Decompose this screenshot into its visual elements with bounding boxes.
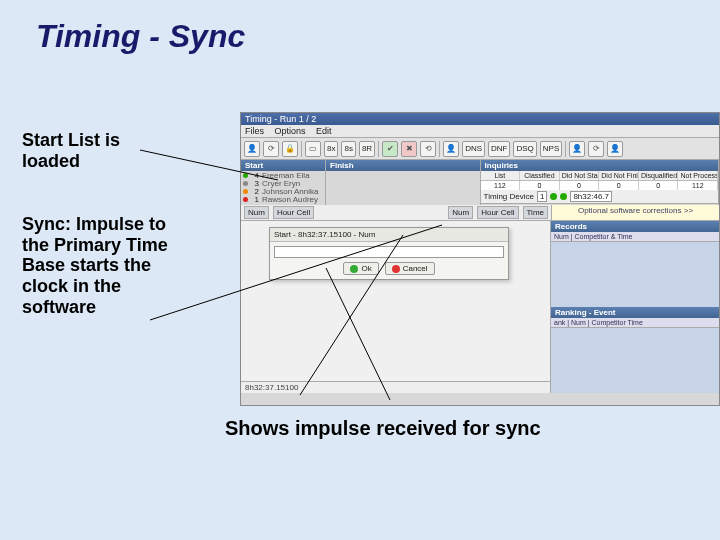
inq-header-cell: Did Not Start <box>560 171 600 180</box>
cancel-button[interactable]: Cancel <box>385 262 435 275</box>
start-list: 4 Freeman Ella 3 Cryer Eryn 2 Johnson An… <box>241 171 325 203</box>
refresh-icon[interactable]: ⟳ <box>588 141 604 157</box>
start-header: Start <box>241 160 325 171</box>
start-column: Start 4 Freeman Ella 3 Cryer Eryn 2 John… <box>241 160 326 205</box>
optional-corrections-link[interactable]: Optional software corrections >> <box>551 205 719 220</box>
inq-header-cell: List <box>481 171 521 180</box>
note-sync: Sync: Impulse to the Primary Time Base s… <box>22 214 182 317</box>
competitor-name: Rawson Audrey <box>262 195 318 204</box>
nps-button[interactable]: NPS <box>540 141 562 157</box>
status-dot-icon <box>243 189 248 194</box>
sync-dialog: Start - 8h32:37.15100 - Num Ok Cancel <box>269 227 509 280</box>
eight-x-button[interactable]: 8x <box>324 141 338 157</box>
toolbar: 👤 ⟳ 🔒 ▭ 8x 8s 8R ✔ ✖ ⟲ 👤 DNS DNF DSQ NPS… <box>241 138 719 160</box>
cancel-label: Cancel <box>403 264 428 273</box>
dialog-title: Start - 8h32:37.15100 - Num <box>270 228 508 242</box>
lock-icon[interactable]: 🔒 <box>282 141 298 157</box>
ok-button[interactable]: Ok <box>343 262 378 275</box>
stop-icon[interactable]: ✖ <box>401 141 417 157</box>
ranking-header: Ranking - Event <box>551 307 719 318</box>
person-icon[interactable]: 👤 <box>607 141 623 157</box>
num-label: Num <box>448 206 473 219</box>
dnf-button[interactable]: DNF <box>488 141 510 157</box>
person-icon[interactable]: 👤 <box>443 141 459 157</box>
dialog-num-input[interactable] <box>274 246 504 258</box>
ranking-body <box>551 328 719 393</box>
inquiries-table: ListClassifiedDid Not StartDid Not Finis… <box>481 171 718 190</box>
menu-files[interactable]: Files <box>245 126 264 136</box>
status-dot-icon <box>243 197 248 202</box>
person-icon[interactable]: 👤 <box>569 141 585 157</box>
records-header: Records <box>551 221 719 232</box>
records-columns: Num | Competitor & Time <box>551 232 719 242</box>
lower-left-pane: Start - 8h32:37.15100 - Num Ok Cancel 8h… <box>241 221 551 393</box>
sub-header-strip: Num Hour Cell Num Hour Cell Time Optiona… <box>241 205 719 221</box>
inq-header-cell: Did Not Finish <box>599 171 639 180</box>
reset-icon[interactable]: ⟲ <box>420 141 436 157</box>
inq-value-cell: 0 <box>639 181 679 190</box>
timing-device-label: Timing Device <box>484 192 534 201</box>
timing-device-id: 1 <box>537 191 547 202</box>
finish-header: Finish <box>326 160 480 171</box>
check-icon <box>350 265 358 273</box>
status-dot-icon <box>243 173 248 178</box>
inquiries-header: Inquiries <box>481 160 718 171</box>
bib-number: 1 <box>251 195 259 204</box>
inq-header-cell: Classified <box>520 171 560 180</box>
refresh-icon[interactable]: ⟳ <box>263 141 279 157</box>
menu-options[interactable]: Options <box>275 126 306 136</box>
inq-header-cell: Not Processed <box>678 171 718 180</box>
hourcell-label: Hour Cell <box>477 206 518 219</box>
time-label: Time <box>523 206 548 219</box>
inq-value-cell: 112 <box>481 181 521 190</box>
separator <box>301 141 302 157</box>
cancel-icon <box>392 265 400 273</box>
inq-value-cell: 0 <box>560 181 600 190</box>
status-dot-icon <box>560 193 567 200</box>
note-startlist: Start List is loaded <box>22 130 162 171</box>
separator <box>439 141 440 157</box>
lower-area: Start - 8h32:37.15100 - Num Ok Cancel 8h… <box>241 221 719 393</box>
status-dot-icon <box>550 193 557 200</box>
status-bar: 8h32:37.15100 <box>241 381 550 393</box>
records-body <box>551 242 719 307</box>
inq-value-cell: 0 <box>599 181 639 190</box>
timing-device-row: Timing Device 1 8h32:46.7 <box>481 190 718 204</box>
inquiries-column: Inquiries ListClassifiedDid Not StartDid… <box>481 160 719 205</box>
inq-header-cell: Disqualified <box>639 171 679 180</box>
dns-button[interactable]: DNS <box>462 141 485 157</box>
ok-label: Ok <box>361 264 371 273</box>
timing-device-time: 8h32:46.7 <box>570 191 612 202</box>
hourcell-label: Hour Cell <box>273 206 314 219</box>
eight-s-button[interactable]: 8s <box>341 141 355 157</box>
separator <box>565 141 566 157</box>
app-window: Timing - Run 1 / 2 Files Options Edit 👤 … <box>240 112 720 406</box>
inq-value-cell: 0 <box>520 181 560 190</box>
inq-value-cell: 112 <box>678 181 718 190</box>
status-dot-icon <box>243 181 248 186</box>
dsq-button[interactable]: DSQ <box>513 141 536 157</box>
slide-title: Timing - Sync <box>36 18 245 55</box>
person-icon[interactable]: 👤 <box>244 141 260 157</box>
finish-column: Finish <box>326 160 481 205</box>
book-icon[interactable]: ▭ <box>305 141 321 157</box>
go-icon[interactable]: ✔ <box>382 141 398 157</box>
separator <box>378 141 379 157</box>
caption-bottom: Shows impulse received for sync <box>225 417 541 440</box>
window-title: Timing - Run 1 / 2 <box>241 113 719 125</box>
eight-r-button[interactable]: 8R <box>359 141 375 157</box>
ranking-columns: ank | Num | Competitor Time <box>551 318 719 328</box>
start-list-row[interactable]: 1 Rawson Audrey <box>241 195 325 203</box>
three-columns: Start 4 Freeman Ella 3 Cryer Eryn 2 John… <box>241 160 719 205</box>
menu-bar: Files Options Edit <box>241 125 719 138</box>
num-label: Num <box>244 206 269 219</box>
menu-edit[interactable]: Edit <box>316 126 332 136</box>
lower-right-pane: Records Num | Competitor & Time Ranking … <box>551 221 719 393</box>
